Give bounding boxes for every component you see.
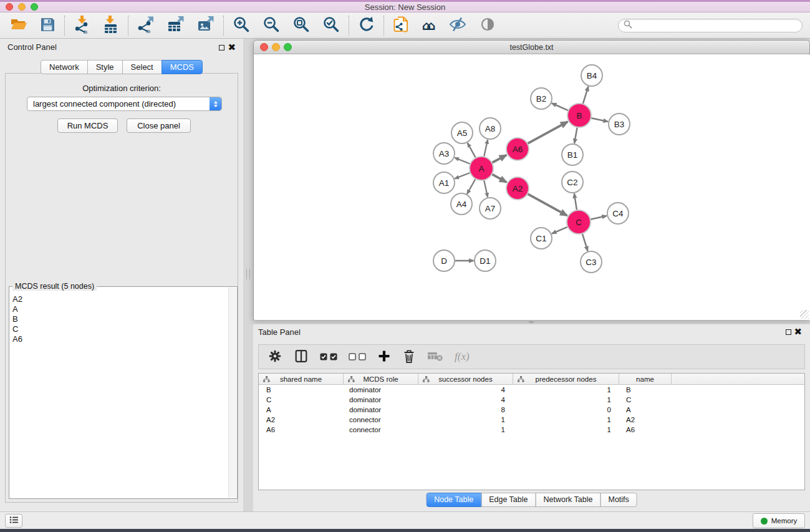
mcds-result-item[interactable]: B [11,314,228,324]
graph-node-C4[interactable]: C4 [607,203,629,224]
delete-button[interactable] [402,349,416,365]
graph-node-A3[interactable]: A3 [433,143,455,164]
graph-node-B[interactable]: B [567,104,591,127]
network-canvas[interactable]: B4B2BB3A5A8A6A3B1AA1C2A2A4A7C4CC1C3DD1 [254,55,810,320]
refresh-button[interactable] [355,15,377,36]
add-button[interactable] [377,349,391,365]
show-details-button[interactable] [477,15,498,36]
memory-button[interactable]: Memory [753,513,805,528]
graph-node-B2[interactable]: B2 [531,88,552,109]
edge-B-B3[interactable] [591,118,608,122]
graph-node-A8[interactable]: A8 [480,118,501,139]
horizontal-splitter-handle[interactable] [529,321,534,323]
edge-A-A4[interactable] [467,179,476,194]
mcds-result-item[interactable]: A [11,304,228,314]
function-builder-button[interactable]: f(x) [455,351,470,363]
edge-C-C2[interactable] [574,193,577,210]
tab-style[interactable]: Style [87,60,123,74]
edge-A-A8[interactable] [484,140,488,157]
column-header-MCDS-role[interactable]: MCDS role [343,374,418,384]
graph-node-A7[interactable]: A7 [480,198,501,219]
tab-mcds[interactable]: MCDS [162,60,203,74]
graph-node-D1[interactable]: D1 [475,250,496,271]
graph-node-D[interactable]: D [433,250,455,271]
graph-node-A2[interactable]: A2 [506,177,529,200]
network-window-titlebar[interactable]: testGlobe.txt [254,41,809,54]
edge-A-A2[interactable] [492,174,506,182]
first-neighbors-button[interactable]: ⌂⌂ [420,15,438,36]
table-row[interactable]: Cdominator41C [259,395,804,405]
new-network-from-file-button[interactable] [390,15,412,36]
tab-network-table[interactable]: Network Table [536,493,601,507]
edge-C-C4[interactable] [591,216,607,220]
edge-B-B4[interactable] [583,87,589,104]
graph-node-C3[interactable]: C3 [581,251,602,273]
import-network-button[interactable] [71,15,93,36]
column-header-successor-nodes[interactable]: successor nodes [418,374,513,384]
column-header-name[interactable]: name [619,374,671,384]
tab-edge-table[interactable]: Edge Table [481,493,536,507]
hide-details-button[interactable] [446,15,470,36]
vertical-splitter-handle[interactable] [246,269,250,279]
mcds-result-item[interactable]: C [11,324,228,334]
graph-node-A6[interactable]: A6 [506,138,529,160]
search-input[interactable] [635,21,797,30]
tab-network[interactable]: Network [41,60,88,74]
table-row[interactable]: Adominator80A [259,405,804,415]
graph-node-A4[interactable]: A4 [451,193,472,215]
result-list-scrollbar[interactable] [228,288,236,498]
edge-C-C3[interactable] [582,234,588,251]
tab-motifs[interactable]: Motifs [600,493,637,507]
export-network-button[interactable] [135,15,157,36]
export-table-button[interactable] [165,15,187,36]
close-panel-icon[interactable]: ✖ [228,44,236,51]
table-row[interactable]: A2connector11A2 [259,415,804,425]
edge-A-A1[interactable] [455,173,470,178]
select-all-button[interactable] [320,353,337,360]
mcds-result-item[interactable]: A6 [11,334,228,344]
table-row[interactable]: Bdominator41B [259,385,804,395]
import-table-button[interactable] [100,15,122,36]
edge-B-B1[interactable] [574,127,577,143]
tab-node-table[interactable]: Node Table [426,493,481,507]
deselect-all-button[interactable] [349,353,366,360]
zoom-fit-button[interactable] [290,15,312,36]
export-image-button[interactable] [195,15,217,36]
mcds-result-item[interactable]: A2 [11,294,228,304]
edge-C-C1[interactable] [552,227,567,234]
graph-node-A1[interactable]: A1 [433,172,455,193]
graph-node-C2[interactable]: C2 [562,172,583,193]
run-mcds-button[interactable]: Run MCDS [57,118,118,133]
edge-A-A5[interactable] [468,143,476,158]
graph-node-A[interactable]: A [470,157,493,180]
table-row[interactable]: A6connector11A6 [259,425,804,435]
graph-node-B1[interactable]: B1 [562,144,583,165]
zoom-in-button[interactable] [230,15,253,36]
tab-select[interactable]: Select [122,60,162,74]
window-resize-grip[interactable] [800,310,809,319]
column-header-shared-name[interactable]: shared name [259,374,343,384]
column-chooser-button[interactable] [294,349,309,365]
edge-A-A7[interactable] [484,180,488,197]
graph-node-C1[interactable]: C1 [531,228,552,249]
open-session-button[interactable] [7,15,30,36]
zoom-selected-button[interactable] [320,15,342,36]
save-session-button[interactable] [37,15,58,36]
task-history-button[interactable] [5,514,22,528]
criterion-dropdown[interactable]: largest connected component (directed) [27,97,222,111]
float-panel-icon[interactable] [786,329,791,335]
edge-A-A3[interactable] [455,158,470,164]
table-settings-button[interactable] [268,349,282,365]
graph-node-B4[interactable]: B4 [581,65,602,86]
zoom-out-button[interactable] [260,15,282,36]
delete-column-button[interactable] [427,350,443,364]
graph-node-B3[interactable]: B3 [609,114,630,135]
edge-A2-C[interactable] [528,194,567,216]
graph-node-A5[interactable]: A5 [451,122,473,143]
edge-B-B2[interactable] [552,104,568,111]
graph-node-C[interactable]: C [567,210,591,234]
close-panel-button[interactable]: Close panel [127,118,191,133]
column-header-predecessor-nodes[interactable]: predecessor nodes [513,374,619,384]
edge-A6-B[interactable] [528,122,567,143]
close-panel-icon[interactable]: ✖ [794,328,802,336]
